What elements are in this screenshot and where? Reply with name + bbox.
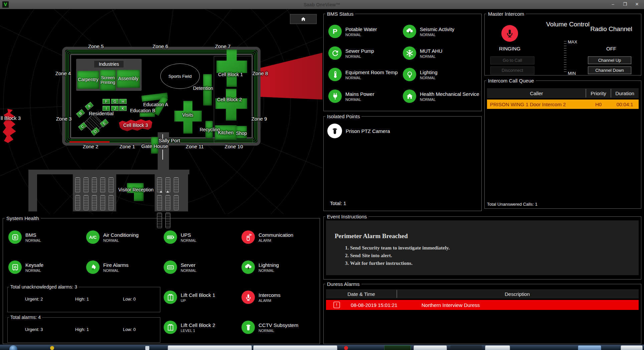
- event-step: Wait for further instructions.: [350, 260, 629, 266]
- channel-down-button[interactable]: Channel Down: [588, 66, 631, 74]
- building-label-visitor-reception: Visitor Reception: [118, 187, 154, 192]
- bms-item-sewer-pump[interactable]: Sewer PumpNORMAL: [328, 46, 374, 60]
- residential-block-g[interactable]: G: [111, 99, 119, 104]
- sewer-pump-icon: [328, 46, 342, 60]
- zone-label-4: Zone 4: [55, 70, 71, 76]
- residential-block-j[interactable]: J: [111, 106, 119, 111]
- storm-cloud-icon: [403, 25, 416, 38]
- building-label-gate-house: Gate House: [141, 143, 168, 149]
- health-item-server[interactable]: ServerNORMAL: [164, 260, 196, 275]
- building-label-cell-block-1: Cell Block 1: [218, 72, 243, 77]
- fence-alarm-segment[interactable]: [69, 141, 110, 143]
- cctv-camera-icon: [241, 321, 255, 334]
- column-separator: [396, 290, 397, 298]
- volume-max-label: MAX: [568, 39, 577, 44]
- minimize-button[interactable]: –: [607, 0, 619, 9]
- health-item-keysafe[interactable]: KeysafeNORMAL: [8, 260, 43, 275]
- health-item-communication[interactable]: CommunicationALARM: [241, 230, 293, 244]
- taskbar-icon[interactable]: [344, 346, 348, 350]
- health-item-lightning[interactable]: LightningNORMAL: [241, 260, 279, 275]
- duress-alarm-row[interactable]: ! 08-08-2019 15:01:21 Northern Interview…: [326, 300, 639, 310]
- disconnect-button[interactable]: Disconnect: [490, 66, 534, 74]
- ptz-camera-icon: [327, 124, 342, 138]
- radio-channel-heading: Radio Channel: [583, 25, 640, 33]
- health-item-fire-alarms[interactable]: Fire AlarmsNORMAL: [86, 260, 129, 275]
- taskbar-window-button[interactable]: [450, 345, 482, 350]
- taskbar-window-button[interactable]: [168, 345, 252, 350]
- health-item-intercoms[interactable]: IntercomsALARM: [241, 290, 281, 305]
- home-button[interactable]: [290, 14, 317, 24]
- taskbar-icon[interactable]: [145, 346, 149, 350]
- taskbar-window-button[interactable]: [578, 345, 601, 350]
- residential-block-k[interactable]: K: [119, 106, 127, 111]
- residential-block-i[interactable]: I: [103, 106, 110, 111]
- duress-header-description: Description: [396, 291, 638, 297]
- windows-taskbar: [0, 345, 644, 350]
- parking-lot-west: [73, 174, 116, 211]
- event-steps: Send Security team to investigate immedi…: [350, 245, 629, 266]
- unacknowledged-alarms-title: Total unacknowledged alarms: 3: [9, 284, 78, 290]
- bms-item-lighting[interactable]: LightingNORMAL: [403, 67, 438, 82]
- building-label-detention: Detention: [193, 85, 213, 91]
- unack-urgent-count: Urgent: 2: [25, 297, 43, 302]
- call-queue-row[interactable]: PRISON WING 1 Door Intercom 2 H0 00:04:1: [487, 100, 639, 109]
- bms-item-potable-water[interactable]: P Potable WaterNORMAL: [328, 24, 377, 39]
- taskbar-window-button[interactable]: [485, 345, 510, 350]
- go-to-call-button[interactable]: Go to Call: [490, 56, 534, 64]
- building-carpentry[interactable]: Carpentry: [77, 71, 99, 89]
- lift-icon: [164, 291, 177, 304]
- sports-field[interactable]: Sports Field: [160, 63, 200, 89]
- health-item-air-conditioning[interactable]: A/C Air ConditioningNORMAL: [86, 230, 139, 244]
- parking-lot-east: [155, 174, 188, 211]
- call-queue-caller: PRISON WING 1 Door Intercom 2: [487, 102, 586, 107]
- bms-item-mut-ahu[interactable]: MUT AHUNORMAL: [403, 46, 442, 60]
- residential-block-h[interactable]: H: [119, 99, 127, 104]
- isolated-point-prison-ptz-camera[interactable]: Prison PTZ Camera: [327, 124, 390, 138]
- bms-item-health-mechanical-service[interactable]: Health Mechanical ServiceNORMAL: [403, 89, 479, 104]
- taskbar-icon[interactable]: [50, 346, 54, 350]
- svg-text:B: B: [14, 235, 16, 239]
- start-button[interactable]: [9, 345, 17, 350]
- health-item-bms[interactable]: B BMSNORMAL: [8, 230, 41, 244]
- building-label-cell-block-3-west: ll Block 3: [1, 115, 21, 121]
- call-queue-priority: H0: [586, 102, 611, 107]
- column-separator: [586, 89, 586, 98]
- event-step: Send Security team to investigate immedi…: [350, 245, 629, 251]
- isolated-points-title: Isolated Points: [325, 114, 361, 119]
- health-item-cctv-subsystem[interactable]: CCTV SubsystemNORMAL: [241, 320, 298, 335]
- total-high-count: High: 1: [75, 327, 89, 332]
- taskbar-window-button[interactable]: [253, 345, 337, 350]
- bms-item-seismic-activity[interactable]: Seismic ActivityNORMAL: [403, 24, 454, 39]
- channel-up-button[interactable]: Channel Up: [588, 56, 631, 64]
- window-title: Saab OneView™: [0, 2, 644, 7]
- column-separator: [611, 89, 611, 98]
- building-label-education-a: Education A: [143, 102, 168, 107]
- zone-label-11: Zone 11: [186, 144, 204, 149]
- bms-status-title: BMS Status: [325, 11, 355, 17]
- health-item-lift-cell-block-2[interactable]: Lift Cell Block 2LEVEL 1: [164, 320, 215, 335]
- residential-block-f[interactable]: F: [103, 99, 110, 104]
- health-item-ups[interactable]: UPSNORMAL: [164, 230, 196, 244]
- bms-item-equipment-room-temp[interactable]: Equipment Room TempNORMAL: [328, 67, 397, 82]
- title-bar: V Saab OneView™ – ❐ ✕: [0, 0, 644, 9]
- duress-description: Northern Interview Duress: [422, 302, 480, 308]
- close-button[interactable]: ✕: [631, 0, 643, 9]
- master-intercom-title: Master Intercom: [486, 11, 526, 17]
- building-screen-printing[interactable]: Screen Printing: [100, 70, 116, 91]
- event-heading: Perimeter Alarm Breached: [335, 232, 629, 240]
- maximize-button[interactable]: ❐: [619, 0, 631, 9]
- call-queue-header-caller: Caller: [487, 91, 586, 96]
- road-arrow: [166, 190, 169, 193]
- taskbar-window-button[interactable]: [384, 345, 411, 350]
- building-assembly[interactable]: Assembly: [117, 70, 140, 88]
- health-item-lift-cell-block-1[interactable]: Lift Cell Block 1UP: [164, 290, 215, 305]
- server-icon: [164, 260, 177, 274]
- access-road: [28, 170, 189, 174]
- taskbar-window-button[interactable]: [414, 345, 447, 350]
- total-urgent-count: Urgent: 3: [25, 327, 43, 332]
- taskbar-window-button[interactable]: [621, 345, 643, 350]
- bms-item-mains-power[interactable]: Mains PowerNORMAL: [328, 89, 374, 104]
- volume-slider[interactable]: [564, 41, 567, 73]
- building-label-industries: Industries: [99, 61, 119, 67]
- bms-icon: B: [8, 230, 22, 244]
